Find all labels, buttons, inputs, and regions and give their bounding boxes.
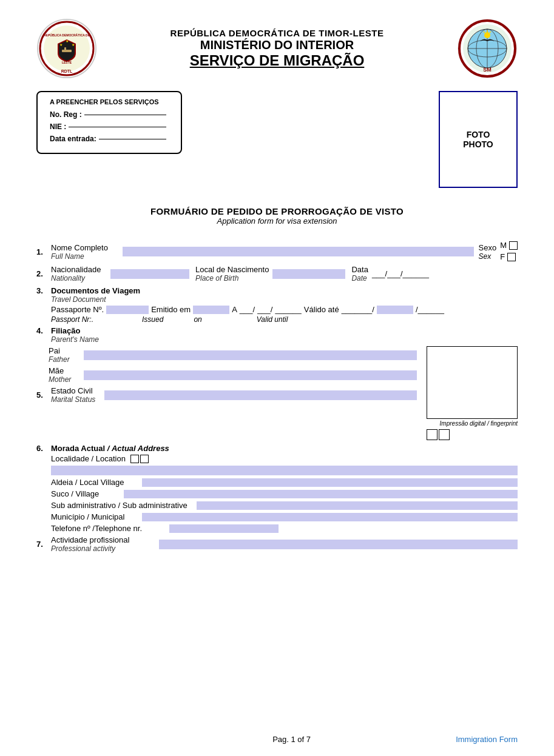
passport-row-en: Passport Nr:. Issued on Valid until bbox=[51, 315, 518, 324]
estado-civil-labels: Estado Civil Marital Status bbox=[51, 386, 100, 404]
nie-input[interactable] bbox=[69, 127, 166, 127]
aldeia-input[interactable] bbox=[142, 478, 518, 487]
header-line3: SERVIÇO DE MIGRAÇÃO bbox=[97, 52, 457, 69]
data-entrada-input[interactable] bbox=[99, 139, 166, 139]
emitido-input[interactable] bbox=[193, 306, 229, 314]
mae-row: Mãe Mother bbox=[36, 366, 417, 384]
sex-m-checkbox[interactable] bbox=[509, 241, 518, 250]
field-6-number: 6. bbox=[36, 444, 47, 453]
local-nasc-labels: Local de Nascimento Place of Birth bbox=[195, 265, 269, 283]
fingerprint-box-1 bbox=[427, 429, 437, 440]
valido-input[interactable] bbox=[377, 306, 413, 314]
office-box: A PREENCHER PELOS SERVIÇOS No. Reg : NIE… bbox=[36, 91, 182, 154]
field-6-pt: Morada Actual bbox=[51, 444, 105, 453]
actividade-input[interactable] bbox=[159, 540, 518, 549]
municipio-label: Município / Municipal bbox=[51, 512, 142, 521]
svg-rect-5 bbox=[62, 50, 72, 52]
date-a-3: ______ bbox=[275, 305, 301, 314]
field-6-title: 6. Morada Actual / Actual Address bbox=[36, 444, 518, 453]
passport-nr-en: Passport Nr:. bbox=[51, 315, 93, 324]
field-1-number: 1. bbox=[36, 247, 47, 256]
left-emblem: REPÚBLICA DEMOCRÁTICA DE LESTE ★ ★ ★ RDT… bbox=[36, 18, 97, 79]
estado-civil-en: Marital Status bbox=[51, 395, 100, 404]
sex-label-col: Sexo Sex bbox=[479, 243, 497, 261]
emitido-label: Emitido em bbox=[151, 305, 191, 314]
sex-m-item[interactable]: M bbox=[500, 241, 518, 250]
localidade-checkboxes bbox=[130, 455, 149, 463]
field-7-number: 7. bbox=[36, 540, 47, 549]
loc-check-2[interactable] bbox=[140, 455, 149, 463]
sex-f-item[interactable]: F bbox=[500, 252, 518, 261]
immigration-form-label: Immigration Form bbox=[456, 735, 518, 744]
mae-input[interactable] bbox=[84, 370, 417, 380]
nome-completo-input[interactable] bbox=[123, 247, 474, 256]
field-6-sep: / bbox=[107, 444, 110, 453]
data-entrada-field: Data entrada: bbox=[50, 135, 169, 143]
pai-row: Pai Father bbox=[36, 346, 417, 364]
field-4-block: 4. Filiação Parent's Name Pai Father bbox=[36, 326, 518, 440]
date-a-1: ___/ bbox=[240, 305, 255, 314]
field-4-en: Parent's Name bbox=[51, 335, 99, 344]
passaporte-input[interactable] bbox=[106, 306, 149, 314]
field-1-block: 1. Nome Completo Full Name Sexo Sex M F bbox=[36, 241, 518, 263]
fingerprint-label: Impressão digital / fingerprint bbox=[427, 420, 518, 427]
sex-m-label: M bbox=[500, 241, 507, 250]
local-nascimento-input[interactable] bbox=[272, 269, 345, 279]
svg-text:SM: SM bbox=[483, 67, 492, 73]
no-reg-input[interactable] bbox=[84, 115, 166, 115]
field-7-pt: Actividade profissional bbox=[51, 535, 154, 544]
form-sub-title: Application form for visa extension bbox=[36, 216, 518, 226]
passport-block: Passaporte Nº. Emitido em A ___/ ___/ __… bbox=[51, 305, 518, 324]
form-main-title: FORMUÁRIO DE PEDIDO DE PRORROGAÇÃO DE VI… bbox=[36, 206, 518, 216]
suco-row: Suco / Village bbox=[51, 489, 518, 498]
field-4-labels: Filiação Parent's Name bbox=[51, 326, 99, 344]
right-emblem: SM bbox=[457, 18, 518, 79]
office-section: A PREENCHER PELOS SERVIÇOS No. Reg : NIE… bbox=[36, 91, 518, 188]
aldeia-label: Aldeia / Local Village bbox=[51, 478, 142, 487]
sub-admin-input[interactable] bbox=[197, 501, 518, 510]
pai-pt: Pai bbox=[49, 346, 79, 355]
issued-en: Issued bbox=[142, 315, 163, 324]
data-labels: Data Date bbox=[351, 265, 368, 283]
localidade-input[interactable] bbox=[51, 466, 518, 475]
loc-check-1[interactable] bbox=[130, 455, 139, 463]
field-5-number: 5. bbox=[36, 390, 47, 400]
photo-label: PHOTO bbox=[463, 139, 493, 149]
local-nasc-pt: Local de Nascimento bbox=[195, 265, 269, 274]
estado-civil-pt: Estado Civil bbox=[51, 386, 100, 395]
data-en: Date bbox=[351, 274, 368, 283]
suco-input[interactable] bbox=[124, 490, 518, 498]
local-nasc-en: Place of Birth bbox=[195, 274, 269, 283]
valido-ate-label: Válido até bbox=[304, 305, 339, 314]
field-6-labels: Morada Actual / Actual Address bbox=[51, 444, 169, 453]
date-separator-1: ___/ bbox=[372, 269, 387, 278]
sexo-pt: Sexo bbox=[479, 243, 497, 252]
date-separator-2: ___/ bbox=[387, 269, 402, 278]
localidade-label: Localidade / Location bbox=[51, 454, 126, 463]
page-number: Pag. 1 of 7 bbox=[127, 735, 456, 744]
field-6-block: 6. Morada Actual / Actual Address Locali… bbox=[36, 444, 518, 533]
field-4-pt: Filiação bbox=[51, 326, 99, 335]
fingerprint-box-2 bbox=[439, 429, 450, 440]
pai-input[interactable] bbox=[84, 350, 417, 360]
field-4-left: Pai Father Mãe Mother 5. bbox=[36, 346, 417, 440]
field-4-content: Pai Father Mãe Mother 5. bbox=[36, 346, 518, 440]
suco-label: Suco / Village bbox=[51, 489, 124, 498]
field-3-pt: Documentos de Viagem bbox=[51, 286, 140, 295]
telefone-row: Telefone nº /Telephone nr. bbox=[51, 524, 518, 533]
telefone-input[interactable] bbox=[169, 524, 279, 533]
nacionalidade-input[interactable] bbox=[110, 269, 189, 279]
sex-f-checkbox[interactable] bbox=[507, 253, 516, 261]
fingerprint-small-boxes bbox=[427, 429, 518, 440]
estado-civil-row: 5. Estado Civil Marital Status bbox=[36, 386, 417, 404]
municipio-input[interactable] bbox=[142, 513, 518, 521]
form-title-section: FORMUÁRIO DE PEDIDO DE PRORROGAÇÃO DE VI… bbox=[36, 206, 518, 226]
field-4-title: 4. Filiação Parent's Name bbox=[36, 326, 518, 344]
mae-en: Mother bbox=[49, 375, 79, 384]
estado-civil-input[interactable] bbox=[104, 390, 417, 400]
photo-box: FOTO PHOTO bbox=[439, 91, 518, 188]
aldeia-row: Aldeia / Local Village bbox=[51, 478, 518, 487]
a-label: A bbox=[232, 305, 237, 314]
sub-admin-row: Sub administrativo / Sub administrative bbox=[51, 501, 518, 510]
field-3-en: Travel Document bbox=[51, 295, 140, 304]
